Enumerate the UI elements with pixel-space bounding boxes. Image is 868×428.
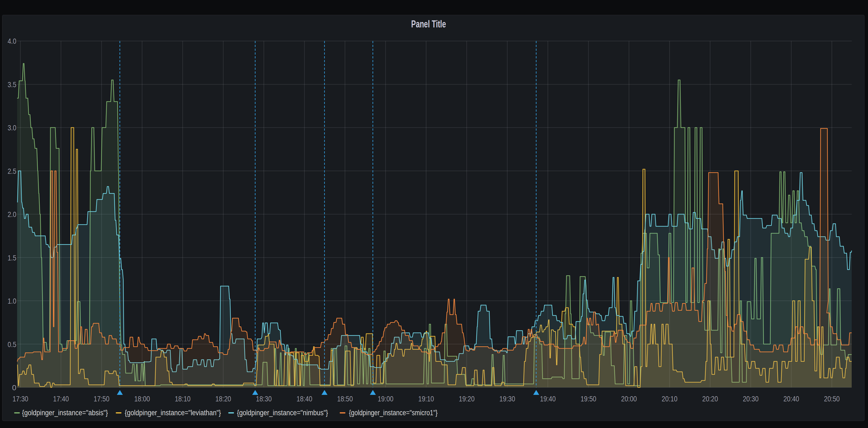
svg-text:2.0: 2.0: [8, 210, 16, 219]
svg-text:20:10: 20:10: [662, 395, 678, 403]
svg-text:{goldpinger_instance="leviatha: {goldpinger_instance="leviathan"}: [125, 409, 221, 417]
svg-text:{goldpinger_instance="smicro1": {goldpinger_instance="smicro1"}: [349, 409, 437, 417]
svg-text:20:20: 20:20: [702, 395, 718, 403]
svg-text:19:50: 19:50: [581, 395, 596, 403]
svg-text:19:30: 19:30: [499, 395, 515, 403]
svg-text:17:30: 17:30: [12, 395, 28, 403]
svg-text:19:40: 19:40: [540, 395, 556, 403]
svg-text:18:40: 18:40: [297, 395, 312, 403]
svg-text:2.5: 2.5: [8, 167, 16, 175]
svg-text:19:10: 19:10: [418, 395, 434, 403]
svg-text:18:20: 18:20: [216, 395, 231, 403]
svg-text:18:10: 18:10: [175, 395, 190, 403]
svg-text:1.0: 1.0: [8, 297, 16, 305]
svg-text:17:40: 17:40: [53, 395, 69, 403]
svg-text:0.5: 0.5: [8, 340, 16, 349]
svg-text:20:40: 20:40: [783, 395, 799, 403]
svg-text:{goldpinger_instance="absis"}: {goldpinger_instance="absis"}: [22, 409, 108, 417]
svg-text:3.5: 3.5: [8, 80, 16, 89]
svg-text:18:00: 18:00: [134, 395, 150, 403]
svg-text:20:50: 20:50: [824, 395, 840, 403]
svg-text:4.0: 4.0: [8, 37, 16, 45]
svg-text:{goldpinger_instance="nimbus"}: {goldpinger_instance="nimbus"}: [237, 409, 328, 417]
svg-text:3.0: 3.0: [8, 124, 16, 132]
svg-text:0: 0: [12, 384, 16, 392]
svg-text:19:20: 19:20: [459, 395, 474, 403]
svg-text:17:50: 17:50: [94, 395, 110, 403]
svg-text:18:50: 18:50: [337, 395, 353, 403]
svg-text:20:00: 20:00: [621, 395, 637, 403]
svg-text:19:00: 19:00: [378, 395, 394, 403]
svg-text:18:30: 18:30: [256, 395, 272, 403]
svg-text:Panel Title: Panel Title: [411, 19, 446, 30]
svg-text:1.5: 1.5: [8, 254, 16, 262]
svg-text:20:30: 20:30: [743, 395, 758, 403]
